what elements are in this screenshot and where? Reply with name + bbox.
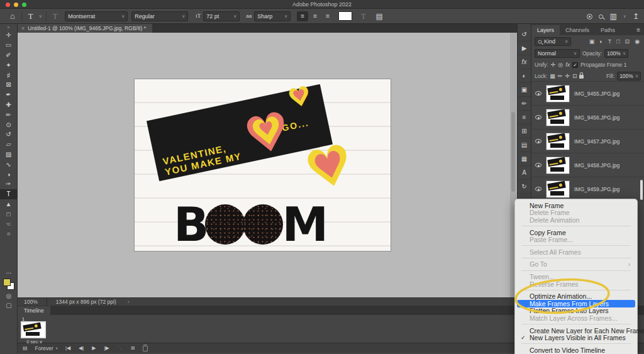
history-panel-icon[interactable]: ↺	[518, 28, 531, 41]
menu-item-new-frame[interactable]: New Frame	[517, 202, 635, 209]
layer-thumbnail[interactable]	[546, 180, 570, 198]
screen-mode-icon[interactable]: ▢	[6, 302, 11, 309]
lock-position-icon[interactable]: ✛	[565, 73, 570, 79]
lock-pixels-icon[interactable]: ✏	[558, 73, 563, 79]
font-family-select[interactable]: Montserrat ∨	[65, 11, 128, 21]
history-brush-tool[interactable]: ↺	[0, 130, 17, 140]
home-icon[interactable]: ⌂	[8, 12, 18, 20]
clone-stamp-tool[interactable]: ⊙	[0, 119, 17, 130]
pen-tool[interactable]: ✑	[0, 179, 17, 189]
panel-menu-icon[interactable]: ≡	[633, 26, 644, 35]
visibility-eye-icon[interactable]	[535, 115, 541, 119]
anti-alias-select[interactable]: Sharp ∨	[254, 11, 291, 21]
shape-tool[interactable]: □	[0, 209, 17, 219]
hand-tool[interactable]: ☜	[0, 219, 17, 229]
previous-frame-button[interactable]: ◀|	[79, 345, 84, 351]
layer-row[interactable]: IMG_9458.JPG.jpg	[531, 153, 644, 177]
foreground-color-swatch[interactable]	[3, 279, 11, 286]
brush-settings-panel-icon[interactable]: ✏	[518, 97, 531, 111]
menu-item-create-new-layer-for-each-new-frame[interactable]: Create New Layer for Each New Frame	[517, 327, 635, 335]
adjustments-panel-icon[interactable]: ◐	[518, 69, 531, 83]
libraries-panel-icon[interactable]: ▣	[518, 83, 531, 97]
filter-shape-layers-icon[interactable]: □	[615, 38, 621, 45]
layers-scrollbar[interactable]	[640, 180, 643, 200]
filter-pin-icon[interactable]: ◉	[633, 38, 641, 45]
edit-toolbar-icon[interactable]: ⋯	[6, 270, 12, 276]
lasso-tool[interactable]: ✐	[0, 50, 17, 60]
menu-item-make-frames-from-layers[interactable]: Make Frames From Layers	[517, 300, 635, 307]
visibility-eye-icon[interactable]	[535, 187, 541, 191]
filter-type-layers-icon[interactable]: T	[607, 38, 613, 45]
smudge-tool[interactable]: ∿	[0, 159, 17, 169]
patterns-panel-icon[interactable]: ▦	[518, 152, 531, 166]
visibility-eye-icon[interactable]	[535, 163, 541, 167]
layer-styles-panel-icon[interactable]: fx	[518, 55, 531, 69]
layer-row[interactable]: IMG_9455.JPG.jpg	[531, 82, 644, 106]
healing-brush-tool[interactable]: ✚	[0, 100, 17, 110]
tween-button[interactable]: ⋱	[118, 345, 123, 351]
dodge-tool[interactable]: ◑	[0, 169, 17, 179]
chevron-down-icon[interactable]: ∨	[39, 14, 42, 19]
search-icon[interactable]	[599, 14, 603, 19]
crop-tool[interactable]: ♯	[0, 70, 17, 80]
menu-item-copy-frame[interactable]: Copy Frame	[517, 229, 635, 236]
properties-panel-icon[interactable]: ≡	[518, 111, 531, 124]
visibility-eye-icon[interactable]	[535, 139, 541, 143]
magic-wand-tool[interactable]: ✦	[0, 60, 17, 70]
character-panel-icon[interactable]: A	[518, 166, 531, 180]
frame-thumbnail[interactable]	[21, 321, 46, 338]
frame-delay[interactable]: 0 sec.∨	[21, 339, 48, 345]
delete-frame-button[interactable]	[143, 346, 148, 351]
animation-frame[interactable]: 1 0 sec.∨	[21, 317, 48, 345]
play-button[interactable]: ▶	[92, 345, 96, 351]
font-style-select[interactable]: Regular ∨	[131, 11, 188, 21]
layer-filter-select[interactable]: Kind ∨	[535, 37, 571, 46]
move-tool[interactable]: ✛	[0, 30, 17, 40]
gradient-tool[interactable]: ▨	[0, 150, 17, 160]
document-image[interactable]: VALENTINE, YOU MAKE MY GO... ♥ ♥ ♥ ♥ ♥ ♥…	[134, 79, 391, 252]
align-left-button[interactable]: ≡	[297, 11, 308, 21]
text-color-swatch[interactable]	[338, 11, 352, 21]
frame-tool[interactable]: ⊠	[0, 80, 17, 90]
menu-item-optimize-animation[interactable]: Optimize Animation...	[517, 292, 635, 300]
unify-style-icon[interactable]: fx	[565, 62, 570, 68]
quick-mask-icon[interactable]: ◎	[6, 292, 12, 299]
lock-artboard-icon[interactable]: ⊡	[572, 73, 577, 79]
unify-visibility-icon[interactable]: ◎	[558, 62, 563, 68]
tab-channels[interactable]: Channels	[560, 25, 595, 35]
fill-field[interactable]: 100% ∨	[617, 72, 641, 80]
first-frame-button[interactable]: |◀	[65, 345, 70, 351]
eraser-tool[interactable]: ▱	[0, 140, 17, 150]
type-tool-icon[interactable]: T	[26, 12, 36, 20]
next-frame-button[interactable]: |▶	[104, 345, 109, 351]
close-icon[interactable]: ×	[21, 25, 25, 31]
workspace-icon[interactable]: ▥	[609, 13, 616, 20]
layer-row[interactable]: IMG_9459.JPG.jpg	[531, 177, 644, 201]
actions-panel-icon[interactable]: ▶	[518, 41, 531, 55]
blend-mode-select[interactable]: Normal ∨	[535, 49, 580, 58]
type-tool[interactable]: T	[0, 189, 17, 199]
lock-all-icon[interactable]	[579, 75, 584, 79]
tab-layers[interactable]: Layers	[531, 25, 560, 35]
opacity-field[interactable]: 100% ∨	[604, 49, 628, 58]
layer-thumbnail[interactable]	[546, 133, 570, 150]
toolbar-collapse-icon[interactable]: »	[0, 24, 17, 30]
align-center-button[interactable]: ≡	[309, 11, 321, 21]
tab-paths[interactable]: Paths	[595, 25, 621, 35]
layer-thumbnail[interactable]	[546, 109, 570, 126]
layer-row[interactable]: IMG_9456.JPG.jpg	[531, 106, 644, 130]
visibility-eye-icon[interactable]	[535, 91, 541, 96]
menu-item-flatten-frames-into-layers[interactable]: Flatten Frames Into Layers	[517, 307, 635, 315]
brush-tool[interactable]: ✏	[0, 109, 17, 119]
loop-select[interactable]: Forever ▾	[35, 345, 58, 351]
chevron-down-icon[interactable]: ∨	[623, 14, 626, 19]
toggle-panels-icon[interactable]: ▤	[374, 13, 386, 20]
status-chevron-icon[interactable]: ›	[128, 299, 130, 305]
document-tab[interactable]: × Untitled-1 @ 100% (IMG_9465.JPG.jpg, R…	[18, 24, 152, 33]
account-icon[interactable]	[587, 14, 592, 19]
align-right-button[interactable]: ≡	[322, 11, 333, 21]
swatches-panel-icon[interactable]: ⊞	[518, 124, 531, 138]
history-states-panel-icon[interactable]: ↻	[518, 180, 531, 194]
tab-timeline[interactable]: Timeline	[18, 306, 50, 315]
path-select-tool[interactable]: ▲	[0, 199, 17, 209]
